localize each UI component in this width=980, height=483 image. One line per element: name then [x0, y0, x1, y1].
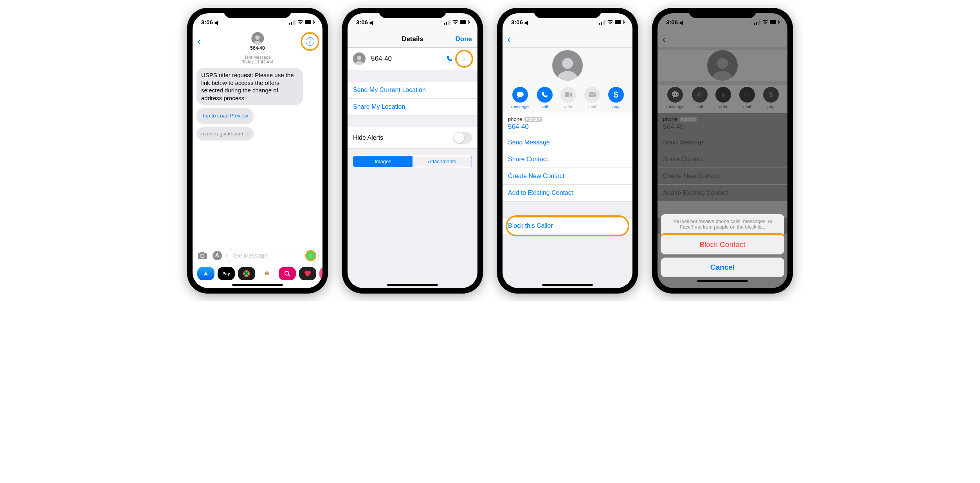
- action-mail: mail: [584, 87, 600, 109]
- phone-number-value: 564-40: [508, 123, 627, 131]
- svg-rect-14: [565, 92, 569, 97]
- send-message-button[interactable]: Send Message: [503, 134, 632, 151]
- cancel-button[interactable]: Cancel: [661, 258, 784, 277]
- contact-number: 564-40: [371, 55, 443, 63]
- contact-row[interactable]: 564-40 ›: [348, 48, 477, 70]
- segmented-control[interactable]: Images Attachments: [353, 156, 472, 167]
- message-bubble[interactable]: USPS offer request: Please use the link …: [196, 68, 303, 105]
- wifi-icon: [607, 20, 613, 24]
- create-contact-button[interactable]: Create New Contact: [503, 168, 632, 185]
- home-indicator[interactable]: [387, 284, 438, 286]
- disclosure-button[interactable]: ›: [456, 51, 472, 67]
- share-contact-button: Share Contact: [658, 151, 787, 168]
- avatar-icon: [353, 52, 366, 65]
- app-tray[interactable]: Pay 🐵 ♪: [193, 265, 322, 282]
- home-indicator[interactable]: [697, 280, 748, 282]
- wifi-icon: [452, 20, 458, 24]
- avatar-icon: [707, 50, 738, 81]
- block-contact-button[interactable]: Block Contact: [661, 235, 784, 254]
- svg-point-12: [562, 58, 573, 69]
- phone-4: 3:06◀ ‹ 💬message ✆call ■video ✉mail $pay…: [652, 8, 793, 294]
- add-existing-contact-button[interactable]: Add to Existing Contact: [503, 185, 632, 202]
- segment-images[interactable]: Images: [353, 156, 413, 167]
- avatar-icon[interactable]: [251, 32, 264, 45]
- svg-point-8: [246, 273, 247, 274]
- chevron-right-icon: ›: [247, 130, 249, 137]
- tray-animoji[interactable]: 🐵: [258, 267, 276, 280]
- battery-icon: [305, 20, 314, 24]
- tray-appstore[interactable]: [197, 267, 214, 280]
- wifi-icon: [762, 20, 768, 24]
- tutorial-highlight: [455, 50, 473, 68]
- action-message: 💬message: [666, 87, 684, 109]
- home-indicator[interactable]: [232, 284, 283, 286]
- call-button[interactable]: [443, 52, 456, 65]
- contact-card-screen: 3:06◀ ‹ message call video mail $pay pho…: [503, 13, 632, 288]
- action-video: video: [560, 87, 576, 109]
- action-row: message call video mail $pay: [503, 85, 632, 113]
- info-button[interactable]: i: [302, 34, 318, 49]
- link-preview-button[interactable]: Tap to Load Preview: [196, 108, 254, 124]
- location-icon: ◀: [679, 20, 683, 25]
- block-caller-wrap: Block this Caller: [503, 217, 632, 234]
- action-pay: $pay: [763, 87, 779, 109]
- send-location-button[interactable]: Send My Current Location: [348, 82, 477, 99]
- tray-activity[interactable]: [238, 267, 255, 280]
- svg-rect-2: [200, 252, 204, 254]
- share-location-button[interactable]: Share My Location: [348, 99, 477, 115]
- tutorial-highlight: [506, 215, 629, 236]
- done-button[interactable]: Done: [456, 35, 472, 43]
- send-message-button: Send Message: [658, 134, 787, 151]
- back-button: ‹: [662, 33, 666, 45]
- tray-music[interactable]: ♪: [319, 267, 322, 280]
- action-message[interactable]: message: [511, 87, 529, 109]
- svg-point-4: [201, 254, 204, 257]
- share-contact-button[interactable]: Share Contact: [503, 151, 632, 168]
- status-time: 3:06: [201, 19, 213, 25]
- segment-attachments[interactable]: Attachments: [413, 156, 472, 167]
- phone-number-value: 564-40: [663, 123, 782, 131]
- tray-applepay[interactable]: Pay: [218, 267, 235, 280]
- nav-title: Details: [402, 35, 423, 43]
- message-input[interactable]: Text Message ↑: [226, 249, 319, 262]
- notch: [379, 8, 446, 18]
- wifi-icon: [297, 20, 303, 24]
- action-row: 💬message ✆call ■video ✉mail $pay: [658, 85, 787, 113]
- add-existing-contact-button: Add to Existing Contact: [658, 185, 787, 202]
- messages-screen: 3:06◀ ‹ 564-40 i Text Message Today 11:4…: [193, 13, 322, 288]
- phone-number-row[interactable]: phoneRECENT 564-40: [503, 113, 632, 134]
- home-indicator[interactable]: [542, 284, 593, 286]
- details-nav: Details Done: [348, 31, 477, 48]
- battery-icon: [770, 20, 779, 24]
- back-button[interactable]: ‹: [197, 35, 201, 48]
- action-sheet: You will not receive phone calls, messag…: [661, 214, 784, 285]
- phone-3: 3:06◀ ‹ message call video mail $pay pho…: [497, 8, 638, 294]
- svg-point-7: [245, 272, 249, 276]
- details-screen: 3:06◀ Details Done 564-40 › Send My Curr…: [348, 13, 477, 288]
- action-call[interactable]: call: [537, 87, 553, 109]
- avatar-icon: [552, 50, 583, 81]
- phone-number-row: phoneRECENT 564-40: [658, 113, 787, 134]
- location-icon: ◀: [524, 20, 528, 25]
- svg-point-0: [255, 35, 259, 40]
- status-time: 3:06: [666, 19, 678, 25]
- svg-rect-15: [589, 92, 596, 97]
- back-button[interactable]: ‹: [507, 33, 511, 45]
- hide-alerts-toggle[interactable]: [453, 132, 472, 144]
- message-metadata: Text Message Today 11:42 AM: [193, 55, 322, 64]
- link-bubble[interactable]: movers-guide.com ›: [196, 127, 254, 141]
- action-pay[interactable]: $pay: [608, 87, 624, 109]
- tray-gif[interactable]: [279, 267, 296, 280]
- action-video: ■video: [715, 87, 731, 109]
- svg-point-16: [717, 58, 728, 69]
- phone-1: 3:06◀ ‹ 564-40 i Text Message Today 11:4…: [187, 8, 328, 294]
- camera-icon[interactable]: [196, 251, 208, 260]
- recent-badge: RECENT: [679, 117, 697, 122]
- battery-icon: [615, 20, 624, 24]
- phone-2: 3:06◀ Details Done 564-40 › Send My Curr…: [342, 8, 483, 294]
- notch: [689, 8, 756, 18]
- tray-heart[interactable]: [299, 267, 316, 280]
- appstore-icon[interactable]: [211, 251, 223, 260]
- notch: [224, 8, 291, 18]
- send-button[interactable]: ↑: [306, 251, 315, 260]
